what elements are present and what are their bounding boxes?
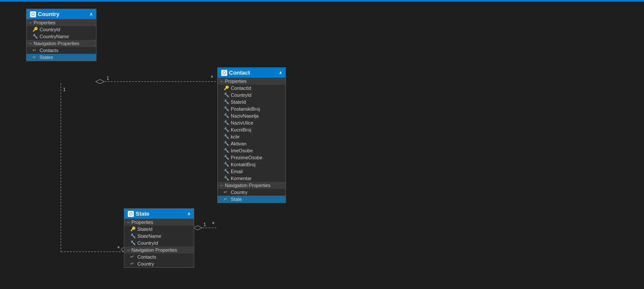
state-country-label: Country — [137, 261, 154, 266]
country-countryname-row: 🔧 CountryName — [27, 33, 96, 40]
contact-kontaktbroj-label: KontaktBroj — [231, 162, 256, 167]
contact-entity: ⬡ Contact ∧ − Properties 🔑 ContactId 🔧 C… — [217, 67, 286, 203]
country-countryid-label: CountryId — [40, 27, 60, 32]
contact-entity-icon: ⬡ — [221, 70, 227, 76]
contact-props-minus: − — [220, 79, 223, 84]
state-header: ⬡ State ∧ — [124, 209, 194, 219]
contact-nav-section: − Navigation Properties — [218, 182, 285, 189]
contact-imeosobe-icon: 🔧 — [224, 148, 229, 153]
contact-prezimeosobe-icon: 🔧 — [224, 155, 229, 160]
country-header: ⬡ Country ∧ — [27, 9, 96, 19]
country-properties-section: − Properties — [27, 19, 96, 26]
svg-text:1: 1 — [63, 87, 66, 92]
contacts-nav-icon: ↵ — [33, 48, 38, 53]
state-properties-label: Properties — [131, 220, 153, 225]
country-properties-label: Properties — [33, 20, 55, 25]
country-countryname-label: CountryName — [40, 34, 69, 39]
contact-komentar-icon: 🔧 — [224, 176, 229, 181]
svg-text:1: 1 — [203, 222, 206, 227]
contact-kontaktbroj-row: 🔧 KontaktBroj — [218, 161, 285, 168]
contact-stateid-row: 🔧 StateId — [218, 99, 285, 105]
contact-contactid-label: ContactId — [231, 85, 251, 91]
country-nav-label: Navigation Properties — [33, 41, 79, 46]
state-country-nav-icon: ↵ — [130, 261, 136, 266]
contact-nazivulice-label: NazivUlice — [231, 120, 253, 125]
contact-prezimeosobe-row: 🔧 PrezimeOsobe — [218, 154, 285, 161]
contact-kcbr-label: kcbr — [231, 134, 240, 139]
state-statename-row: 🔧 StateName — [124, 233, 194, 240]
contact-nazivulice-icon: 🔧 — [224, 120, 229, 125]
contact-postanskibroj-row: 🔧 PostanskiBroj — [218, 105, 285, 112]
state-contacts-label: Contacts — [137, 254, 156, 259]
contact-kontaktbroj-icon: 🔧 — [224, 162, 229, 167]
contact-state-row: ↵ State — [218, 196, 285, 203]
country-contacts-label: Contacts — [40, 48, 58, 53]
countryname-wrench-icon: 🔧 — [33, 34, 38, 39]
contact-header: ⬡ Contact ∧ — [218, 68, 285, 78]
contact-prezimeosobe-label: PrezimeOsobe — [231, 155, 262, 160]
contactid-key-icon: 🔑 — [224, 85, 229, 91]
contact-state-nav-icon: ↵ — [224, 197, 229, 202]
contact-kucnibroj-icon: 🔧 — [224, 127, 229, 132]
country-entity-icon: ⬡ — [30, 11, 36, 17]
state-stateid-label: StateId — [137, 227, 153, 232]
contact-nazivnaselja-label: NazivNaselja — [231, 113, 259, 118]
state-countryid-label: CountryId — [137, 240, 158, 246]
contact-aktivan-row: 🔧 Aktivan — [218, 140, 285, 147]
country-states-row: ↵ States — [27, 54, 96, 61]
svg-text:*: * — [117, 245, 120, 252]
country-collapse-icon[interactable]: ∧ — [90, 12, 93, 16]
stateid-key-icon: 🔑 — [130, 227, 136, 232]
contact-country-row: ↵ Country — [218, 189, 285, 196]
countryid-key-icon: 🔑 — [33, 27, 38, 32]
country-nav-minus: − — [29, 41, 32, 46]
contact-state-label: State — [231, 197, 242, 202]
contact-nav-minus: − — [220, 183, 223, 188]
state-stateid-row: 🔑 StateId — [124, 226, 194, 233]
contact-nazivnaselja-row: 🔧 NazivNaselja — [218, 112, 285, 119]
contact-properties-label: Properties — [225, 79, 246, 84]
top-bar — [0, 0, 644, 2]
state-collapse-icon[interactable]: ∧ — [187, 211, 190, 216]
svg-marker-1 — [96, 79, 104, 84]
country-title: Country — [38, 11, 60, 17]
state-country-row: ↵ Country — [124, 260, 194, 267]
contact-nazivnaselja-icon: 🔧 — [224, 113, 229, 118]
country-countryid-row: 🔑 CountryId — [27, 26, 96, 33]
contact-country-label: Country — [231, 190, 248, 195]
state-entity-icon: ⬡ — [128, 211, 134, 217]
state-entity: ⬡ State ∧ − Properties 🔑 StateId 🔧 State… — [124, 208, 194, 268]
contact-stateid-icon: 🔧 — [224, 99, 229, 105]
contact-title: Contact — [229, 69, 250, 76]
state-countryid-wrench-icon: 🔧 — [130, 240, 136, 246]
state-properties-section: − Properties — [124, 219, 194, 226]
state-nav-label: Navigation Properties — [131, 247, 177, 253]
country-states-label: States — [40, 55, 53, 60]
state-nav-minus: − — [127, 247, 129, 253]
country-props-minus: − — [29, 20, 32, 25]
contact-contactid-row: 🔑 ContactId — [218, 85, 285, 92]
state-contacts-nav-icon: ↵ — [130, 254, 136, 259]
contact-kucnibroj-label: KucniBroj — [231, 127, 251, 132]
contact-imeosobe-row: 🔧 ImeOsobe — [218, 147, 285, 154]
contact-kucnibroj-row: 🔧 KucniBroj — [218, 126, 285, 133]
states-nav-icon: ↵ — [33, 55, 38, 60]
contact-email-label: Email — [231, 169, 243, 174]
svg-text:*: * — [212, 220, 215, 227]
state-nav-section: − Navigation Properties — [124, 246, 194, 253]
contact-collapse-icon[interactable]: ∧ — [279, 70, 282, 75]
contact-aktivan-label: Aktivan — [231, 141, 246, 146]
contact-email-row: 🔧 Email — [218, 168, 285, 175]
contact-kcbr-icon: 🔧 — [224, 134, 229, 139]
country-nav-section: − Navigation Properties — [27, 40, 96, 47]
country-entity: ⬡ Country ∧ − Properties 🔑 CountryId 🔧 C… — [26, 9, 96, 61]
contact-postanskibroj-icon: 🔧 — [224, 106, 229, 112]
contact-nazivulice-row: 🔧 NazivUlice — [218, 119, 285, 126]
state-title: State — [136, 210, 149, 217]
state-contacts-row: ↵ Contacts — [124, 253, 194, 260]
state-statename-label: StateName — [137, 233, 161, 239]
contact-countryid-icon: 🔧 — [224, 92, 229, 98]
contact-properties-section: − Properties — [218, 78, 285, 85]
contact-komentar-row: 🔧 Komentar — [218, 175, 285, 182]
contact-postanskibroj-label: PostanskiBroj — [231, 106, 260, 112]
